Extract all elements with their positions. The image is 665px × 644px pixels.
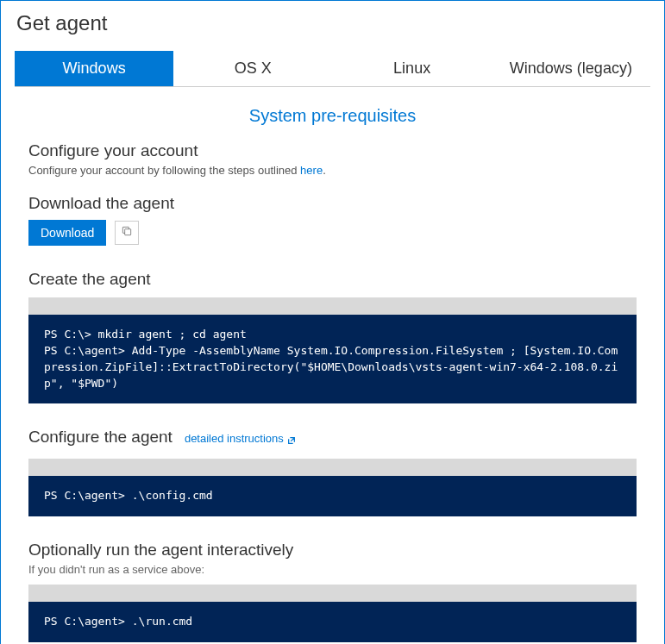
create-agent-heading: Create the agent [28, 270, 637, 289]
create-agent-code: PS C:\> mkdir agent ; cd agent PS C:\age… [28, 315, 637, 403]
configure-account-desc-suffix: . [323, 164, 326, 177]
create-agent-code-block: PS C:\> mkdir agent ; cd agent PS C:\age… [28, 297, 637, 403]
page-title: Get agent [15, 11, 650, 35]
detailed-instructions-label: detailed instructions [185, 432, 284, 445]
copy-url-button[interactable] [115, 221, 139, 245]
run-agent-code: PS C:\agent> .\run.cmd [28, 602, 637, 642]
svg-rect-0 [125, 229, 131, 235]
tabs-row: Windows OS X Linux Windows (legacy) [15, 51, 650, 87]
configure-account-desc-prefix: Configure your account by following the … [28, 164, 300, 177]
download-agent-heading: Download the agent [28, 194, 637, 213]
configure-agent-code: PS C:\agent> .\config.cmd [28, 476, 637, 516]
code-header [28, 297, 637, 315]
configure-agent-code-block: PS C:\agent> .\config.cmd [28, 459, 637, 516]
configure-account-desc: Configure your account by following the … [28, 164, 637, 177]
configure-account-heading: Configure your account [28, 141, 637, 160]
code-header [28, 585, 637, 602]
download-button[interactable]: Download [28, 220, 106, 246]
tab-windows-legacy[interactable]: Windows (legacy) [492, 51, 650, 86]
run-agent-code-block: PS C:\agent> .\run.cmd [28, 585, 637, 642]
external-link-icon [287, 435, 296, 443]
copy-icon [121, 225, 133, 241]
tab-linux[interactable]: Linux [333, 51, 492, 86]
run-agent-subtext: If you didn't run as a service above: [28, 563, 637, 576]
detailed-instructions-link[interactable]: detailed instructions [185, 432, 296, 445]
run-agent-heading: Optionally run the agent interactively [28, 541, 637, 560]
configure-agent-heading: Configure the agent [28, 428, 173, 447]
code-header [28, 459, 637, 476]
here-link[interactable]: here [300, 164, 323, 177]
system-prerequisites-link[interactable]: System pre-requisites [15, 106, 650, 126]
tab-osx[interactable]: OS X [173, 51, 332, 86]
tab-windows[interactable]: Windows [15, 51, 173, 86]
